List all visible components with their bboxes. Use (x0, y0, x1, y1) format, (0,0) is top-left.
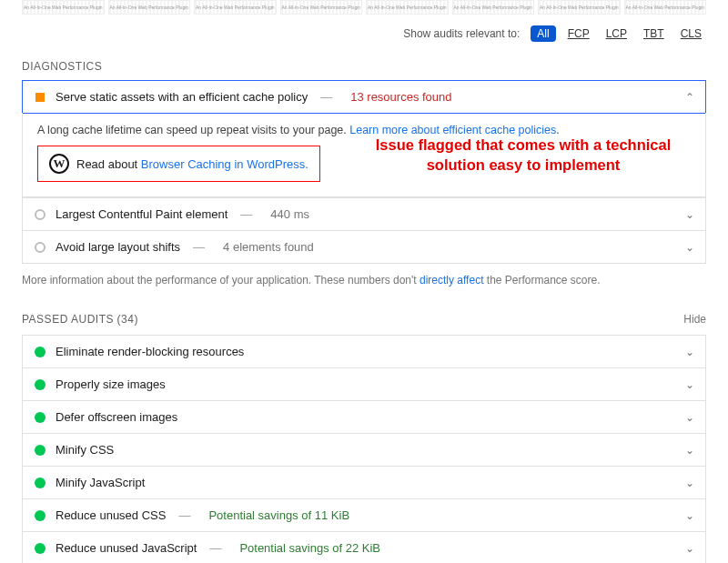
filmstrip-frame: An All-In-One Web Performance Plugin (366, 0, 449, 15)
pass-icon (34, 411, 46, 424)
filter-tbt[interactable]: TBT (639, 25, 669, 42)
filter-all[interactable]: All (531, 25, 555, 42)
filmstrip: An All-In-One Web Performance Plugin An … (0, 0, 728, 22)
passed-audit-row[interactable]: Defer offscreen images⌄ (22, 400, 706, 434)
dash: — (209, 541, 221, 555)
passed-audits-header[interactable]: Passed Audits (34) Hide (22, 312, 706, 326)
audit-title: Avoid large layout shifts (56, 240, 180, 254)
audit-expanded-body: A long cache lifetime can speed up repea… (22, 113, 706, 197)
passed-audits-list: Eliminate render-blocking resources⌄Prop… (22, 335, 706, 563)
audit-title: Reduce unused CSS (56, 508, 166, 522)
chevron-down-icon: ⌄ (685, 444, 694, 457)
audit-sub: 13 resources found (350, 90, 451, 104)
audit-sub: Potential savings of 11 KiB (208, 508, 349, 522)
dash: — (240, 207, 252, 221)
passed-audit-row[interactable]: Reduce unused JavaScript—Potential savin… (22, 531, 706, 563)
chevron-down-icon: ⌄ (685, 346, 694, 358)
passed-audit-row[interactable]: Eliminate render-blocking resources⌄ (22, 335, 706, 368)
audit-title: Eliminate render-blocking resources (56, 345, 244, 358)
chevron-down-icon: ⌄ (685, 477, 694, 489)
audit-title: Properly size images (56, 377, 166, 391)
audit-sub: 4 elements found (223, 240, 314, 254)
filmstrip-frame: An All-In-One Web Performance Plugin (624, 0, 707, 15)
filmstrip-frame: An All-In-One Web Performance Plugin (108, 0, 191, 15)
passed-audits-heading: Passed Audits (22, 313, 114, 326)
filter-label: Show audits relevant to: (403, 27, 520, 40)
passed-audit-row[interactable]: Properly size images⌄ (22, 367, 706, 401)
audit-title: Reduce unused JavaScript (56, 541, 197, 555)
audit-title: Largest Contentful Paint element (56, 207, 228, 221)
chevron-down-icon: ⌄ (685, 509, 694, 522)
chevron-down-icon: ⌄ (685, 208, 694, 221)
pass-icon (34, 346, 46, 358)
chevron-down-icon: ⌄ (685, 378, 694, 391)
filmstrip-frame: An All-In-One Web Performance Plugin (538, 0, 621, 15)
audit-title: Serve static assets with an efficient ca… (56, 90, 308, 104)
audit-title: Minify JavaScript (56, 476, 145, 489)
read-about-link[interactable]: Browser Caching in WordPress. (141, 157, 308, 171)
dash: — (320, 90, 332, 104)
chevron-down-icon: ⌄ (685, 241, 694, 254)
audit-sub: 440 ms (270, 207, 309, 221)
hide-toggle[interactable]: Hide (683, 313, 706, 326)
chevron-down-icon: ⌄ (685, 411, 694, 424)
neutral-icon (34, 241, 46, 254)
filter-lcp[interactable]: LCP (602, 25, 632, 42)
chevron-down-icon: ⌄ (685, 542, 694, 555)
neutral-icon (34, 208, 46, 221)
audit-cache-policy[interactable]: Serve static assets with an efficient ca… (22, 80, 706, 114)
filmstrip-frame: An All-In-One Web Performance Plugin (452, 0, 535, 15)
dash: — (193, 240, 205, 254)
read-about-prefix: Read about (76, 157, 141, 171)
pass-icon (34, 542, 46, 555)
pass-icon (34, 509, 46, 522)
filter-cls[interactable]: CLS (676, 25, 706, 42)
filmstrip-frame: An All-In-One Web Performance Plugin (22, 0, 105, 15)
filmstrip-frame: An All-In-One Web Performance Plugin (194, 0, 277, 15)
audit-title: Defer offscreen images (56, 410, 177, 424)
audit-title: Minify CSS (56, 443, 114, 457)
passed-audit-row[interactable]: Minify JavaScript⌄ (22, 466, 706, 499)
audit-lcp-element[interactable]: Largest Contentful Paint element — 440 m… (22, 197, 706, 231)
audit-layout-shifts[interactable]: Avoid large layout shifts — 4 elements f… (22, 230, 706, 264)
wordpress-icon: W (49, 154, 69, 174)
diagnostics-footnote: More information about the performance o… (22, 274, 706, 287)
passed-audits-count: (34) (117, 313, 138, 326)
pass-icon (34, 477, 46, 489)
audit-sub: Potential savings of 22 KiB (239, 541, 380, 555)
passed-audit-row[interactable]: Minify CSS⌄ (22, 433, 706, 467)
dash: — (178, 508, 190, 522)
passed-audit-row[interactable]: Reduce unused CSS—Potential savings of 1… (22, 498, 706, 532)
filter-fcp[interactable]: FCP (563, 25, 594, 42)
directly-affect-link[interactable]: directly affect (420, 274, 483, 287)
chevron-up-icon: ⌃ (685, 91, 694, 104)
warn-icon (34, 91, 46, 104)
pass-icon (34, 444, 46, 457)
annotation-callout: Issue flagged that comes with a technica… (359, 135, 687, 176)
diagnostics-heading: Diagnostics (22, 60, 706, 73)
read-about-box: W Read about Browser Caching in WordPres… (37, 146, 320, 182)
filmstrip-frame: An All-In-One Web Performance Plugin (280, 0, 363, 15)
filter-row: Show audits relevant to: All FCP LCP TBT… (22, 22, 706, 53)
pass-icon (34, 378, 46, 391)
